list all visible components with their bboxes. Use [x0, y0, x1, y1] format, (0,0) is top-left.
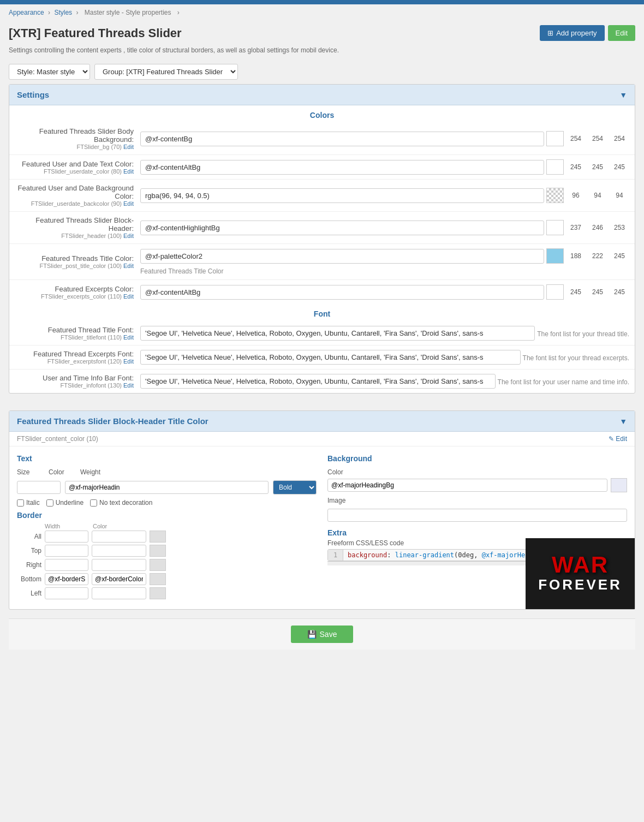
- bg-color-input[interactable]: [327, 479, 607, 492]
- border-width-input-3[interactable]: [45, 573, 88, 585]
- color-prop-row: Featured User and Date Text Color: FTSli…: [9, 154, 635, 179]
- color-prop-edit-3[interactable]: Edit: [123, 233, 134, 239]
- color-preview-box-5: [546, 284, 564, 300]
- border-color-box-2: [150, 559, 166, 571]
- border-col-headers: Width Color: [17, 523, 317, 529]
- settings-toggle-icon[interactable]: ▼: [619, 91, 627, 99]
- block-header-toggle-icon[interactable]: ▼: [619, 417, 627, 426]
- color-prop-input-area-0: 254 254 254: [140, 131, 629, 146]
- italic-checkbox[interactable]: [17, 499, 24, 507]
- color-prop-label-2: Featured User and Date Background Color:…: [15, 184, 140, 207]
- block-header-edit-link[interactable]: ✎ Edit: [609, 435, 627, 443]
- color-value-input-0[interactable]: [140, 132, 544, 146]
- font-prop-edit-0[interactable]: Edit: [123, 334, 134, 341]
- color-prop-label-4: Featured Threads Title Color: FTSlider_p…: [15, 254, 140, 269]
- underline-checkbox[interactable]: [46, 499, 53, 507]
- border-color-box-0: [150, 531, 166, 543]
- edit-button[interactable]: Edit: [608, 25, 635, 41]
- font-prop-edit-1[interactable]: Edit: [123, 358, 134, 365]
- border-section: Border Width Color All Top Right Bottom …: [17, 511, 317, 599]
- text-weight-select[interactable]: Bold Normal: [273, 480, 317, 495]
- color-preview-box-4: [546, 248, 564, 264]
- font-prop-row: Featured Thread Excerpts Font: FTSlider_…: [9, 345, 635, 369]
- block-header-body: Text Size Color Weight Bold Normal: [9, 446, 635, 609]
- color-g-4: 222: [588, 252, 607, 260]
- color-prop-label-3: Featured Threads Slider Block-Header: FT…: [15, 216, 140, 239]
- border-width-input-4[interactable]: [45, 587, 88, 599]
- color-prop-row: Featured Threads Slider Block-Header: FT…: [9, 211, 635, 243]
- border-width-input-0[interactable]: [45, 531, 88, 543]
- color-b-1: 245: [610, 163, 629, 171]
- font-desc-1: The font list for your thread excerpts.: [523, 354, 629, 362]
- color-col-header: Color: [93, 523, 147, 529]
- group-filter[interactable]: Group: [XTR] Featured Threads Slider: [94, 64, 238, 80]
- border-color-input-4[interactable]: [92, 587, 146, 599]
- color-value-input-1[interactable]: [140, 160, 544, 175]
- color-prop-edit-2[interactable]: Edit: [123, 200, 134, 207]
- font-value-input-0[interactable]: [140, 326, 535, 341]
- font-prop-label-1: Featured Thread Excerpts Font: FTSlider_…: [15, 350, 140, 365]
- border-row: Left: [17, 587, 317, 599]
- font-properties: Featured Thread Title Font: FTSlider_tit…: [9, 321, 635, 393]
- bottom-bar: 💾 Save: [9, 618, 635, 650]
- color-g-3: 246: [588, 224, 607, 231]
- color-prop-edit-5[interactable]: Edit: [123, 293, 134, 300]
- border-width-input-1[interactable]: [45, 545, 88, 557]
- color-value-input-2[interactable]: [140, 188, 544, 203]
- breadcrumb-appearance[interactable]: Appearance: [9, 9, 44, 16]
- code-content-1[interactable]: background: linear-gradient(0deg, @xf-ma…: [343, 550, 549, 561]
- border-row: All: [17, 531, 317, 543]
- font-value-input-1[interactable]: [140, 350, 521, 365]
- border-width-input-2[interactable]: [45, 559, 88, 571]
- color-value-input-5[interactable]: [140, 285, 544, 300]
- bg-color-preview: [611, 478, 627, 492]
- color-prop-edit-4[interactable]: Edit: [123, 263, 134, 269]
- color-b-3: 253: [610, 224, 629, 231]
- border-color-input-3[interactable]: [92, 573, 146, 585]
- border-row-label-3: Bottom: [17, 575, 41, 583]
- color-prop-edit-1[interactable]: Edit: [123, 168, 134, 175]
- color-b-2: 94: [610, 192, 629, 199]
- border-color-input-2[interactable]: [92, 559, 146, 571]
- border-row-label-2: Right: [17, 561, 41, 569]
- text-border-col: Text Size Color Weight Bold Normal: [17, 454, 317, 601]
- color-g-0: 254: [588, 135, 607, 142]
- add-property-button[interactable]: ⊞ Add property: [540, 25, 604, 41]
- font-value-input-2[interactable]: [140, 374, 496, 389]
- style-filter[interactable]: Style: Master style: [9, 64, 90, 80]
- block-header-title: Featured Threads Slider Block-Header Tit…: [17, 416, 208, 426]
- font-desc-2: The font list for your user name and tim…: [498, 378, 629, 386]
- italic-label[interactable]: Italic: [17, 499, 40, 507]
- font-prop-edit-2[interactable]: Edit: [123, 382, 134, 389]
- color-b-4: 245: [610, 252, 629, 260]
- underline-label[interactable]: Underline: [46, 499, 84, 507]
- text-color-input[interactable]: [65, 481, 269, 494]
- color-b-0: 254: [610, 135, 629, 142]
- no-decoration-checkbox[interactable]: [90, 499, 97, 507]
- border-rows: All Top Right Bottom Left: [17, 531, 317, 599]
- size-label: Size: [17, 468, 44, 476]
- font-prop-label-2: User and Time Info Bar Font: FTSlider_in…: [15, 374, 140, 389]
- color-prop-row: Featured Threads Title Color: FTSlider_p…: [9, 243, 635, 279]
- bg-image-input[interactable]: [327, 509, 627, 522]
- font-prop-input-area-0: The font list for your thread title.: [140, 326, 629, 341]
- border-row-label-4: Left: [17, 589, 41, 597]
- war-forever-image: WAR FOREVER: [526, 538, 635, 609]
- color-prop-input-area-3: 237 246 253: [140, 220, 629, 235]
- block-header-section: Featured Threads Slider Block-Header Tit…: [9, 410, 635, 610]
- color-prop-row: Featured Excerpts Color: FTSlider_excerp…: [9, 279, 635, 304]
- no-decoration-label[interactable]: No text decoration: [90, 499, 152, 507]
- breadcrumb-styles[interactable]: Styles: [54, 9, 72, 16]
- color-value-input-4[interactable]: [140, 249, 544, 264]
- border-color-input-0[interactable]: [92, 531, 146, 543]
- color-r-4: 188: [566, 252, 586, 260]
- border-color-input-1[interactable]: [92, 545, 146, 557]
- color-value-input-3[interactable]: [140, 221, 544, 235]
- color-prop-row: Featured Threads Slider Body Background:…: [9, 123, 635, 154]
- save-button[interactable]: 💾 Save: [291, 626, 354, 643]
- color-prop-edit-0[interactable]: Edit: [123, 144, 134, 150]
- breadcrumb-current: Master style - Style properties: [85, 9, 171, 16]
- settings-section-header: Settings ▼: [9, 85, 635, 105]
- header-buttons: ⊞ Add property Edit: [540, 25, 635, 41]
- text-size-input[interactable]: [17, 481, 61, 494]
